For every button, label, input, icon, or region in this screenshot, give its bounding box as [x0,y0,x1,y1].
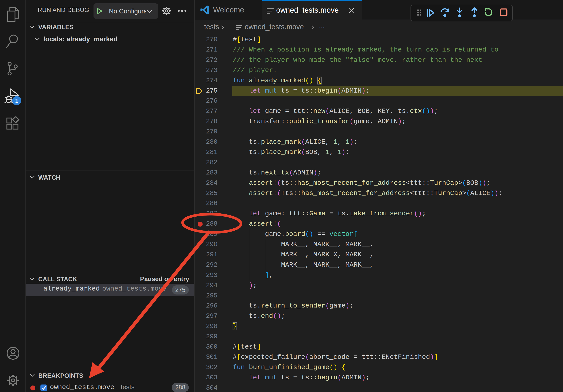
svg-text:1: 1 [15,97,19,104]
